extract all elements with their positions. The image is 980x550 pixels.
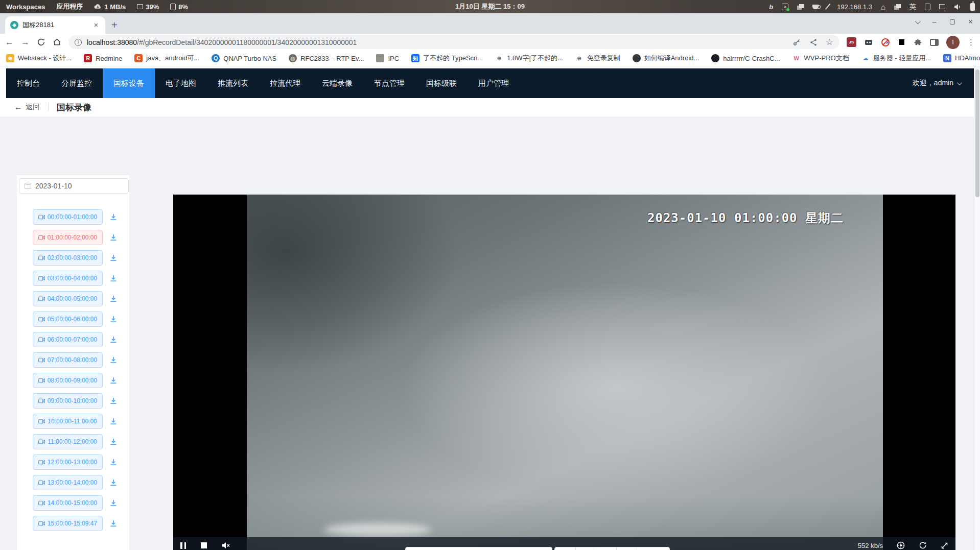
recording-segment-button[interactable]: 05:00:00-06:00:00 bbox=[33, 312, 103, 327]
workspaces-button[interactable]: Workspaces bbox=[6, 3, 45, 11]
recording-segment-button[interactable]: 06:00:00-07:00:00 bbox=[33, 332, 103, 347]
download-icon[interactable] bbox=[109, 519, 118, 528]
video-player[interactable]: 2023-01-10 01:00:00 星期二 552 kb/s bbox=[173, 195, 955, 550]
bookmark-item[interactable]: 如何编译Android... bbox=[633, 54, 699, 63]
nav-tab[interactable]: 国标级联 bbox=[415, 68, 468, 98]
nav-tab[interactable]: 国标设备 bbox=[103, 68, 155, 98]
bookmark-item[interactable]: ⊕ 1.8W字|了不起的... bbox=[495, 54, 563, 63]
download-icon[interactable] bbox=[109, 356, 118, 364]
window-minimize-button[interactable]: – bbox=[932, 18, 937, 26]
recording-segment-button[interactable]: 12:00:00-13:00:00 bbox=[33, 455, 103, 470]
pause-icon[interactable] bbox=[180, 542, 186, 549]
download-icon[interactable] bbox=[109, 295, 118, 303]
extensions-puzzle-icon[interactable] bbox=[913, 38, 922, 47]
browser-menu-kebab-icon[interactable]: ⋮ bbox=[967, 38, 975, 47]
home-tray-icon[interactable]: ⌂ bbox=[881, 3, 885, 11]
scrollbar-thumb[interactable] bbox=[975, 69, 979, 197]
recording-segment-button[interactable]: 04:00:00-05:00:00 bbox=[33, 291, 103, 306]
download-icon[interactable] bbox=[109, 254, 118, 262]
download-icon[interactable] bbox=[109, 376, 118, 385]
clipboard-tray-icon[interactable] bbox=[797, 4, 804, 10]
nav-tab[interactable]: 分屏监控 bbox=[51, 68, 103, 98]
bookmark-item[interactable]: ≋ Webstack - 设计... bbox=[6, 54, 72, 63]
screenshot-extension-icon[interactable] bbox=[898, 38, 905, 46]
display-tray-icon[interactable] bbox=[939, 4, 945, 9]
playback-speed-dropdown[interactable]: 倍速 bbox=[637, 547, 669, 550]
snapshot-icon[interactable] bbox=[897, 541, 905, 549]
user-agent-extension-icon[interactable] bbox=[864, 38, 873, 47]
js-extension-icon[interactable]: JS bbox=[847, 37, 856, 47]
applications-menu[interactable]: 应用程序 bbox=[56, 2, 83, 11]
recording-segment-button[interactable]: 09:00:00-10:00:00 bbox=[33, 393, 103, 409]
new-tab-button[interactable]: + bbox=[111, 19, 118, 31]
tab-close-icon[interactable]: × bbox=[92, 21, 100, 29]
download-icon[interactable] bbox=[109, 336, 118, 344]
back-button[interactable]: ← 返回 bbox=[14, 103, 40, 112]
phone-tray-icon[interactable] bbox=[925, 4, 930, 10]
recording-segment-button[interactable]: 08:00:00-09:00:00 bbox=[33, 373, 103, 388]
user-menu[interactable]: 欢迎，admin bbox=[913, 79, 974, 88]
bookmark-star-icon[interactable]: ☆ bbox=[826, 37, 833, 47]
download-icon[interactable] bbox=[109, 233, 118, 242]
recording-segment-button[interactable]: 15:00:00-15:09:47 bbox=[33, 516, 103, 531]
ip-address[interactable]: 192.168.1.3 bbox=[837, 3, 872, 11]
nav-tab[interactable]: 拉流代理 bbox=[259, 68, 311, 98]
profile-avatar[interactable]: I bbox=[946, 36, 960, 49]
pause-button[interactable] bbox=[555, 547, 575, 550]
recording-segment-button[interactable]: 11:00:00-12:00:00 bbox=[33, 434, 103, 449]
browser-reload-button[interactable] bbox=[37, 38, 45, 46]
nav-tab[interactable]: 推流列表 bbox=[207, 68, 259, 98]
browser-home-button[interactable] bbox=[53, 38, 61, 46]
recording-segment-button[interactable]: 02:00:00-03:00:00 bbox=[33, 250, 103, 266]
bookmark-item[interactable]: ☁ 服务器 - 轻量应用... bbox=[861, 54, 931, 63]
address-bar[interactable]: i localhost:38080/#/gbRecordDetail/34020… bbox=[68, 35, 839, 49]
volume-tray-icon[interactable] bbox=[954, 4, 962, 10]
download-button[interactable] bbox=[596, 547, 616, 550]
pen-tray-icon[interactable] bbox=[825, 4, 831, 10]
coffee-tray-icon[interactable] bbox=[812, 5, 819, 9]
download-icon[interactable] bbox=[109, 458, 118, 466]
fullscreen-icon[interactable] bbox=[941, 542, 948, 549]
bookmark-item[interactable]: C java、android可... bbox=[134, 54, 199, 63]
bookmark-item[interactable]: ⊕ 免登录复制 bbox=[575, 54, 620, 63]
window-restore-button[interactable] bbox=[950, 19, 955, 25]
browser-tab[interactable]: ◆ 国标28181 × bbox=[5, 16, 105, 34]
bookmark-item[interactable]: Q QNAP Turbo NAS bbox=[212, 54, 276, 62]
input-method-indicator[interactable]: 英 bbox=[909, 2, 916, 11]
site-info-icon[interactable]: i bbox=[75, 39, 82, 46]
recording-segment-button[interactable]: 00:00:00-01:00:00 bbox=[33, 209, 103, 225]
download-icon[interactable] bbox=[109, 479, 118, 487]
nav-tab[interactable]: 控制台 bbox=[6, 68, 51, 98]
browser-back-button[interactable]: ← bbox=[5, 37, 14, 47]
page-scrollbar[interactable] bbox=[974, 66, 980, 550]
window-menu-chevron-icon[interactable] bbox=[915, 18, 921, 24]
download-icon[interactable] bbox=[109, 213, 118, 221]
seek-back-button[interactable]: ← bbox=[616, 547, 637, 550]
mute-icon[interactable] bbox=[222, 542, 230, 549]
date-picker-input[interactable]: 2023-01-10 bbox=[19, 178, 129, 194]
bookmark-item[interactable]: 知 了不起的 TypeScri... bbox=[411, 54, 483, 63]
recording-segment-button[interactable]: 10:00:00-11:00:00 bbox=[33, 414, 103, 429]
download-icon[interactable] bbox=[109, 315, 118, 323]
bookmark-item[interactable]: hairrrrr/C-CrashC... bbox=[711, 54, 780, 62]
recording-segment-button[interactable]: 13:00:00-14:00:00 bbox=[33, 475, 103, 490]
nav-tab[interactable]: 节点管理 bbox=[363, 68, 415, 98]
stop-icon[interactable] bbox=[201, 542, 207, 548]
recording-segment-button[interactable]: 01:00:00-02:00:00 bbox=[33, 230, 103, 245]
refresh-icon[interactable] bbox=[919, 541, 927, 549]
bookmark-item[interactable]: N HDAtmos :: 种子 *... bbox=[943, 54, 980, 63]
download-icon[interactable] bbox=[109, 274, 118, 282]
share-icon[interactable] bbox=[809, 38, 818, 46]
password-key-icon[interactable] bbox=[792, 38, 801, 46]
nav-tab[interactable]: 用户管理 bbox=[468, 68, 520, 98]
app-tray-icon[interactable]: a bbox=[782, 4, 788, 10]
play-button[interactable]: ▶ bbox=[575, 547, 596, 550]
time-range-input[interactable]: 01:00:00 至 02:00:00 bbox=[405, 547, 552, 550]
side-panel-icon[interactable] bbox=[930, 39, 939, 46]
windows-tray-icon[interactable] bbox=[894, 4, 901, 10]
download-icon[interactable] bbox=[109, 397, 118, 405]
bookmark-item[interactable]: R Redmine bbox=[84, 54, 122, 62]
blocker-extension-icon[interactable] bbox=[881, 38, 890, 47]
bookmark-item[interactable]: W WVP-PRO文档 bbox=[792, 54, 849, 63]
bookmark-item[interactable]: ◍ RFC2833 – RTP Ev... bbox=[289, 54, 364, 62]
